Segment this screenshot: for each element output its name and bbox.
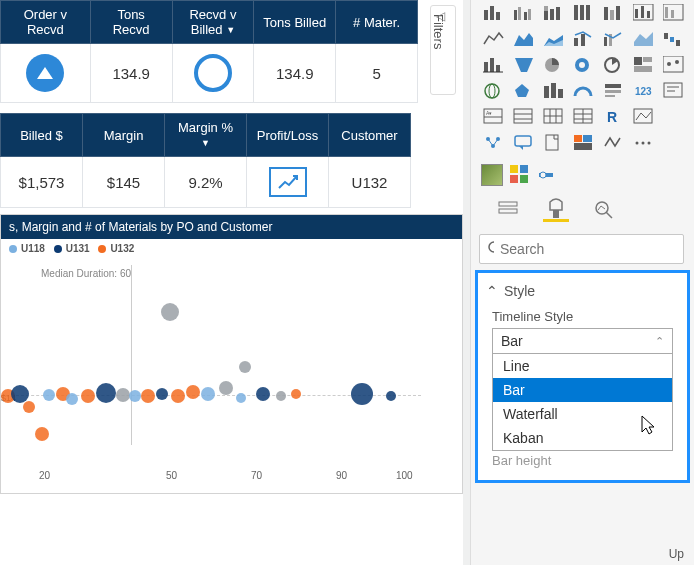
viz-gallery: 123 A▾ R bbox=[471, 0, 694, 160]
shape-map-icon[interactable] bbox=[511, 80, 537, 102]
custom-viz-3-icon[interactable] bbox=[537, 164, 559, 186]
ribbon-icon[interactable] bbox=[631, 28, 657, 50]
clustered-bar-icon[interactable] bbox=[511, 2, 537, 24]
table-icon[interactable]: A▾ bbox=[481, 106, 507, 128]
filters-pane-collapsed[interactable]: ◁ Filters bbox=[430, 5, 456, 95]
bubble-chart[interactable]: s, Margin and # of Materials by PO and C… bbox=[0, 214, 463, 494]
svg-rect-15 bbox=[610, 10, 614, 20]
search-field[interactable] bbox=[500, 241, 675, 257]
option-waterfall[interactable]: Waterfall bbox=[493, 402, 672, 426]
svg-rect-55 bbox=[558, 89, 563, 98]
decomposition-icon[interactable] bbox=[571, 132, 597, 154]
option-bar[interactable]: Bar bbox=[493, 378, 672, 402]
option-kaban[interactable]: Kaban bbox=[493, 426, 672, 450]
filled-map-icon[interactable] bbox=[661, 54, 687, 76]
donut-icon[interactable] bbox=[571, 54, 597, 76]
r-visual-icon[interactable]: R bbox=[601, 106, 627, 128]
mater-value: 5 bbox=[336, 44, 418, 103]
stacked-bar-icon[interactable] bbox=[481, 2, 507, 24]
treemap-icon[interactable] bbox=[601, 54, 627, 76]
combo-chart-icon[interactable] bbox=[571, 28, 597, 50]
col-customer[interactable]: Customer bbox=[329, 114, 411, 157]
svg-line-103 bbox=[606, 212, 612, 218]
kpi-table-1[interactable]: Order v Recvd Tons Recvd Recvd v Billed … bbox=[0, 0, 418, 103]
tons-recvd-value: 134.9 bbox=[90, 44, 172, 103]
col-tons-recvd[interactable]: Tons Recvd bbox=[90, 1, 172, 44]
col-margin[interactable]: Margin bbox=[83, 114, 165, 157]
svg-rect-87 bbox=[574, 135, 582, 142]
option-line[interactable]: Line bbox=[493, 354, 672, 378]
kpi-table-2[interactable]: Billed $ Margin Margin % ▼ Profit/Loss C… bbox=[0, 113, 411, 208]
custom-viz-2-icon[interactable] bbox=[509, 164, 531, 186]
svg-rect-37 bbox=[496, 65, 500, 72]
col-recvd-billed[interactable]: Recvd v Billed ▼ bbox=[172, 1, 254, 44]
line-icon[interactable] bbox=[481, 28, 507, 50]
svg-point-49 bbox=[675, 60, 679, 64]
svg-rect-99 bbox=[499, 202, 517, 206]
multirow-icon[interactable] bbox=[601, 80, 627, 102]
stacked-area-icon[interactable] bbox=[541, 28, 567, 50]
expand-icon[interactable]: ◁ bbox=[436, 9, 445, 23]
matrix2-icon[interactable] bbox=[571, 106, 597, 128]
col-margin-pct[interactable]: Margin % ▼ bbox=[165, 114, 247, 157]
map-icon[interactable] bbox=[631, 54, 657, 76]
target-icon bbox=[194, 54, 232, 92]
area-icon[interactable] bbox=[511, 28, 537, 50]
svg-point-48 bbox=[667, 62, 671, 66]
more-visuals-icon[interactable] bbox=[631, 132, 657, 154]
search-input[interactable] bbox=[479, 234, 684, 264]
svg-rect-6 bbox=[528, 9, 531, 20]
area-chart-icon[interactable] bbox=[661, 2, 687, 24]
bar-height-label: Bar height bbox=[478, 451, 687, 470]
custom-viz-1-icon[interactable] bbox=[481, 164, 503, 186]
format-tab[interactable] bbox=[543, 198, 569, 222]
svg-rect-3 bbox=[514, 10, 517, 20]
gauge-icon[interactable] bbox=[541, 80, 567, 102]
python-icon[interactable] bbox=[631, 106, 657, 128]
col-billed[interactable]: Billed $ bbox=[1, 114, 83, 157]
card-icon[interactable] bbox=[571, 80, 597, 102]
svg-rect-8 bbox=[544, 6, 548, 11]
dropdown-selected[interactable]: Bar bbox=[493, 329, 672, 353]
svg-rect-11 bbox=[574, 5, 578, 20]
table2-icon[interactable] bbox=[541, 106, 567, 128]
up-button[interactable]: Up bbox=[669, 547, 684, 561]
paginated-icon[interactable] bbox=[541, 132, 567, 154]
key-influencers-icon[interactable] bbox=[481, 132, 507, 154]
svg-rect-10 bbox=[556, 7, 560, 20]
svg-rect-2 bbox=[496, 12, 500, 20]
svg-point-50 bbox=[485, 84, 499, 98]
qna-icon[interactable] bbox=[511, 132, 537, 154]
trend-up-icon bbox=[269, 167, 307, 197]
svg-rect-66 bbox=[514, 109, 532, 123]
col-order-recvd[interactable]: Order v Recvd bbox=[1, 1, 91, 44]
analytics-tab[interactable] bbox=[591, 198, 617, 222]
waterfall-icon[interactable] bbox=[661, 28, 687, 50]
svg-rect-95 bbox=[510, 175, 518, 183]
col-mater[interactable]: # Mater. bbox=[336, 1, 418, 44]
ribbon-chart-icon[interactable] bbox=[601, 2, 627, 24]
chevron-up-icon: ⌃ bbox=[486, 283, 498, 299]
kpi-icon[interactable]: 123 bbox=[631, 80, 657, 102]
globe-icon[interactable] bbox=[481, 80, 507, 102]
svg-point-92 bbox=[648, 142, 651, 145]
svg-rect-5 bbox=[524, 12, 527, 20]
matrix-icon[interactable] bbox=[511, 106, 537, 128]
fields-tab[interactable] bbox=[495, 198, 521, 222]
slicer-icon[interactable] bbox=[661, 80, 687, 102]
col-profit-loss[interactable]: Profit/Loss bbox=[247, 114, 329, 157]
stacked-column-icon[interactable] bbox=[541, 2, 567, 24]
100-stacked-icon[interactable] bbox=[571, 2, 597, 24]
svg-point-51 bbox=[489, 84, 495, 98]
svg-rect-54 bbox=[551, 83, 556, 98]
combo2-icon[interactable] bbox=[601, 28, 627, 50]
pie-icon[interactable] bbox=[541, 54, 567, 76]
line-chart-icon[interactable] bbox=[631, 2, 657, 24]
col-tons-billed[interactable]: Tons Billed bbox=[254, 1, 336, 44]
timeline-style-dropdown[interactable]: Bar ⌃ Line Bar Waterfall Kaban bbox=[492, 328, 673, 451]
style-header[interactable]: ⌃ Style bbox=[478, 279, 687, 303]
scatter-icon[interactable] bbox=[481, 54, 507, 76]
arcgis-icon[interactable] bbox=[601, 132, 627, 154]
funnel-icon[interactable] bbox=[511, 54, 537, 76]
svg-point-42 bbox=[579, 62, 585, 68]
